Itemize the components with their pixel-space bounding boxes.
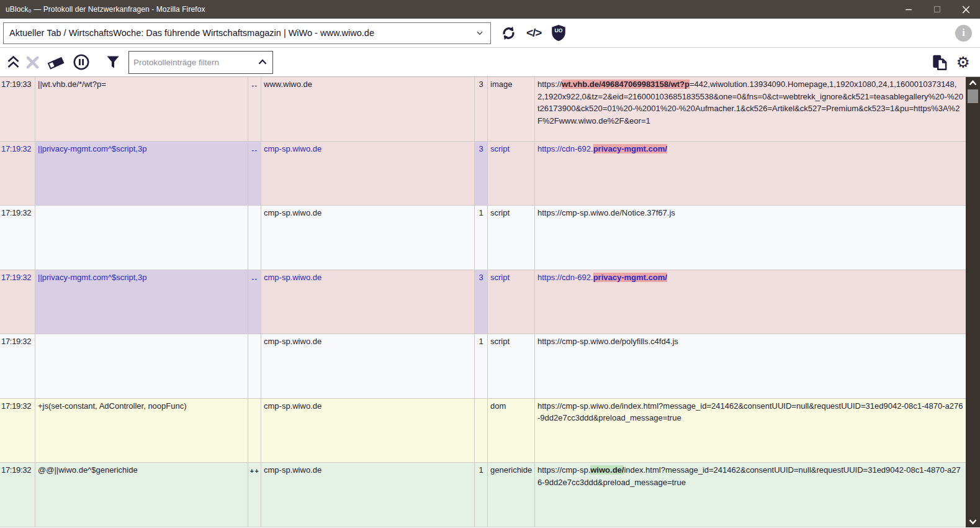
minimize-button[interactable]	[894, 0, 923, 19]
log-table: 17:19:33 ||wt.vhb.de/*/wt?p= -- www.wiwo…	[0, 77, 966, 527]
log-cell-count: 1	[475, 206, 488, 270]
info-icon: i	[962, 27, 964, 39]
log-cell-filter[interactable]: +js(set-constant, AdController, noopFunc…	[35, 399, 248, 463]
log-cell-time[interactable]: 17:19:32	[0, 399, 35, 463]
log-cell-time[interactable]: 17:19:33	[0, 77, 35, 141]
scroll-to-top-button[interactable]	[6, 55, 21, 70]
log-cell-filter[interactable]: @@||wiwo.de^$generichide	[35, 463, 248, 527]
log-cell-type[interactable]: dom	[488, 399, 535, 463]
log-row[interactable]: 17:19:32 ||privacy-mgmt.com^$script,3p -…	[0, 142, 966, 206]
double-chevron-up-icon	[6, 55, 21, 70]
url-match: privacy-mgmt.com/	[593, 144, 667, 153]
log-cell-type[interactable]: image	[488, 77, 535, 141]
tab-selector-value: Aktueller Tab / WirtschaftsWoche: Das fü…	[9, 28, 374, 38]
ublock-dashboard-button[interactable]: UO	[551, 24, 567, 42]
header: Aktueller Tab / WirtschaftsWoche: Das fü…	[0, 19, 980, 48]
log-cell-url[interactable]: https://cmp-sp.wiwo.de/polyfills.c4fd4.j…	[535, 334, 966, 398]
pause-logging-button[interactable]	[73, 53, 90, 71]
export-log-button[interactable]	[931, 54, 948, 71]
log-cell-hostname[interactable]: cmp-sp.wiwo.de	[261, 142, 475, 206]
log-cell-filter[interactable]: ||privacy-mgmt.com^$script,3p	[35, 270, 248, 334]
url-pre: https://cmp-sp.wiwo.de/Notice.37f67.js	[537, 208, 675, 217]
log-cell-url[interactable]: https://cdn-692.privacy-mgmt.com/	[535, 142, 966, 206]
log-cell-hostname[interactable]: cmp-sp.wiwo.de	[261, 463, 475, 527]
log-cell-type[interactable]: generichide	[488, 463, 535, 527]
maximize-icon	[933, 6, 941, 13]
log-cell-count: 3	[475, 77, 488, 141]
log-row[interactable]: 17:19:33 ||wt.vhb.de/*/wt?p= -- www.wiwo…	[0, 77, 966, 142]
clear-x-icon	[25, 55, 40, 70]
log-cell-filter[interactable]	[35, 206, 248, 270]
log-cell-filter[interactable]: ||wt.vhb.de/*/wt?p=	[35, 77, 248, 141]
log-cell-party-indicator	[248, 399, 261, 463]
ublock-logo-icon: UO	[551, 24, 567, 42]
log-cell-count: 3	[475, 142, 488, 206]
log-cell-filter[interactable]	[35, 334, 248, 398]
log-cell-hostname[interactable]: cmp-sp.wiwo.de	[261, 399, 475, 463]
log-row[interactable]: 17:19:32 cmp-sp.wiwo.de 1 script https:/…	[0, 206, 966, 270]
chevron-down-icon	[475, 28, 485, 38]
scrollbar-up-button[interactable]	[966, 77, 980, 89]
url-match: privacy-mgmt.com/	[593, 273, 667, 282]
log-row[interactable]: 17:19:32 @@||wiwo.de^$generichide ++ cmp…	[0, 463, 966, 527]
settings-button[interactable]: ⚙	[956, 55, 970, 70]
log-cell-count: 3	[475, 270, 488, 334]
url-match: wt.vhb.de/496847069983158/wt?p	[562, 80, 690, 89]
close-button[interactable]	[951, 0, 980, 19]
log-cell-hostname[interactable]: cmp-sp.wiwo.de	[261, 270, 475, 334]
url-pre: https://cmp-sp.	[537, 465, 590, 475]
log-cell-type[interactable]: script	[488, 206, 535, 270]
log-cell-url[interactable]: https://cmp-sp.wiwo.de/index.html?messag…	[535, 463, 966, 527]
log-area: 17:19:33 ||wt.vhb.de/*/wt?p= -- www.wiwo…	[0, 77, 980, 527]
log-cell-type[interactable]: script	[488, 334, 535, 398]
log-row[interactable]: 17:19:32 cmp-sp.wiwo.de 1 script https:/…	[0, 334, 966, 399]
scroll-down-icon	[969, 519, 977, 525]
log-cell-time[interactable]: 17:19:32	[0, 142, 35, 206]
log-filter-field	[128, 51, 273, 74]
log-cell-url[interactable]: https://cmp-sp.wiwo.de/index.html?messag…	[535, 399, 966, 463]
minimize-icon	[905, 6, 912, 13]
log-cell-time[interactable]: 17:19:32	[0, 270, 35, 334]
log-cell-type[interactable]: script	[488, 270, 535, 334]
svg-text:UO: UO	[555, 27, 563, 34]
log-cell-filter[interactable]: ||privacy-mgmt.com^$script,3p	[35, 142, 248, 206]
info-button[interactable]: i	[955, 25, 972, 42]
log-cell-party-indicator	[248, 206, 261, 270]
log-row[interactable]: 17:19:32 +js(set-constant, AdController,…	[0, 399, 966, 463]
pause-icon	[73, 53, 90, 71]
funnel-icon	[106, 55, 120, 70]
scrollbar[interactable]	[966, 77, 980, 527]
scroll-up-icon	[969, 80, 977, 86]
code-view-button[interactable]: </>	[526, 26, 541, 40]
url-pre: https://	[537, 80, 562, 89]
log-cell-time[interactable]: 17:19:32	[0, 334, 35, 398]
log-cell-type[interactable]: script	[488, 142, 535, 206]
log-filter-input[interactable]	[129, 58, 256, 67]
log-cell-hostname[interactable]: cmp-sp.wiwo.de	[261, 206, 475, 270]
log-cell-url[interactable]: https://wt.vhb.de/496847069983158/wt?p=4…	[535, 77, 966, 141]
log-cell-url[interactable]: https://cmp-sp.wiwo.de/Notice.37f67.js	[535, 206, 966, 270]
chevron-up-icon[interactable]	[256, 55, 269, 69]
tab-selector[interactable]: Aktueller Tab / WirtschaftsWoche: Das fü…	[3, 22, 491, 44]
log-cell-count: 1	[475, 334, 488, 398]
clear-log-button[interactable]	[25, 55, 40, 70]
log-cell-hostname[interactable]: www.wiwo.de	[261, 77, 475, 141]
log-row[interactable]: 17:19:32 ||privacy-mgmt.com^$script,3p -…	[0, 270, 966, 335]
log-cell-count	[475, 399, 488, 463]
log-cell-party-indicator: --	[248, 270, 261, 334]
reload-tab-button[interactable]	[500, 25, 517, 42]
scrollbar-thumb[interactable]	[968, 89, 978, 103]
filter-funnel-button[interactable]	[106, 55, 120, 70]
maximize-button[interactable]	[923, 0, 951, 19]
toolbar: ⚙	[0, 48, 980, 77]
titlebar: uBlock₀ — Protokoll der Netzwerkanfragen…	[0, 0, 980, 19]
log-cell-hostname[interactable]: cmp-sp.wiwo.de	[261, 334, 475, 398]
log-cell-party-indicator	[248, 334, 261, 398]
window-title: uBlock₀ — Protokoll der Netzwerkanfragen…	[0, 5, 894, 14]
eraser-button[interactable]	[47, 55, 65, 70]
log-cell-time[interactable]: 17:19:32	[0, 463, 35, 527]
scrollbar-down-button[interactable]	[966, 516, 980, 527]
log-cell-time[interactable]: 17:19:32	[0, 206, 35, 270]
log-cell-url[interactable]: https://cdn-692.privacy-mgmt.com/	[535, 270, 966, 334]
copy-pages-icon	[931, 54, 948, 71]
